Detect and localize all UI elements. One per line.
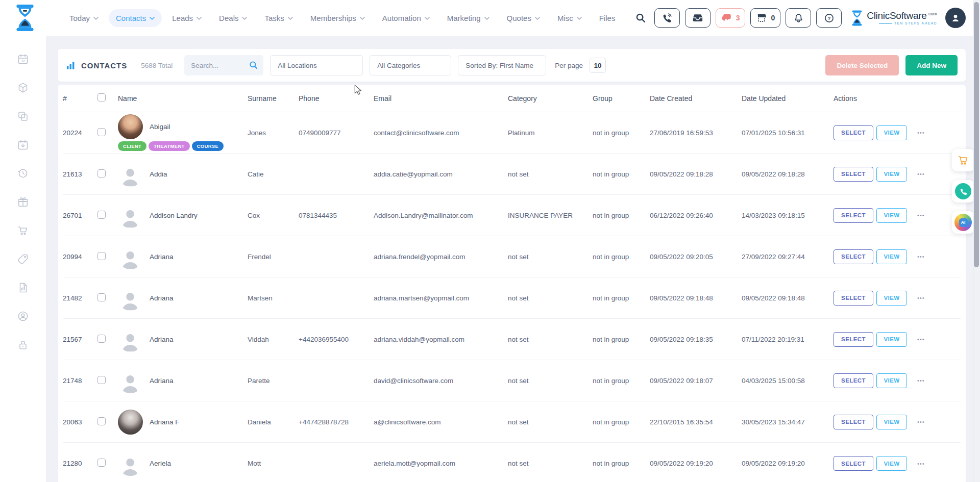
select-button[interactable]: SELECT <box>834 291 873 306</box>
view-button[interactable]: VIEW <box>876 415 907 429</box>
cart-icon[interactable] <box>17 224 29 237</box>
gift-icon[interactable] <box>17 196 29 208</box>
contact-surname: Cox <box>248 212 299 219</box>
quick-cart-button[interactable] <box>952 149 974 171</box>
search-icon[interactable] <box>635 12 646 23</box>
nav-item-leads[interactable]: Leads <box>165 9 209 27</box>
search-icon[interactable] <box>249 60 258 70</box>
row-checkbox[interactable] <box>97 252 106 260</box>
view-button[interactable]: VIEW <box>876 332 907 347</box>
row-checkbox[interactable] <box>97 293 106 301</box>
account-icon[interactable] <box>17 310 29 322</box>
nav-item-automation[interactable]: Automation <box>375 9 437 27</box>
select-button[interactable]: SELECT <box>834 125 873 140</box>
select-button[interactable]: SELECT <box>834 208 873 223</box>
report-icon[interactable] <box>17 282 29 294</box>
chevron-down-icon <box>242 17 247 20</box>
select-button[interactable]: SELECT <box>834 332 873 347</box>
select-all-checkbox[interactable] <box>97 93 106 102</box>
row-more-icon[interactable]: ••• <box>917 461 925 467</box>
call-button[interactable] <box>952 180 974 202</box>
nav-item-deals[interactable]: Deals <box>212 9 254 27</box>
nav-item-files[interactable]: Files <box>592 9 623 27</box>
row-more-icon[interactable]: ••• <box>917 377 925 384</box>
table-row: 21613 Addia Catie addia.catie@yopmail.co… <box>63 154 961 195</box>
products-cube-icon[interactable] <box>17 82 29 94</box>
row-more-icon[interactable]: ••• <box>917 295 925 301</box>
nav-item-misc[interactable]: Misc <box>550 9 589 27</box>
actions-cell: SELECT VIEW ••• <box>834 167 961 182</box>
vertical-scrollbar[interactable] <box>973 0 980 482</box>
select-button[interactable]: SELECT <box>834 249 873 264</box>
help-button[interactable]: ? <box>816 8 842 28</box>
per-page-input[interactable] <box>590 58 606 73</box>
nav-item-tasks[interactable]: Tasks <box>257 9 300 27</box>
user-menu-avatar[interactable] <box>945 8 966 28</box>
select-button[interactable]: SELECT <box>834 456 873 471</box>
view-button[interactable]: VIEW <box>876 456 907 471</box>
row-more-icon[interactable]: ••• <box>917 253 925 260</box>
topbar-actions: 3 0 ? <box>635 8 980 28</box>
date-updated: 07/01/2025 10:56:31 <box>742 129 834 137</box>
row-checkbox[interactable] <box>97 211 106 219</box>
row-checkbox[interactable] <box>97 417 106 425</box>
sort-filter[interactable]: Sorted By: First Name <box>458 55 546 75</box>
row-more-icon[interactable]: ••• <box>917 171 925 177</box>
name-cell: Aeriela <box>118 451 248 476</box>
row-more-icon[interactable]: ••• <box>917 419 925 425</box>
discount-tag-icon[interactable] <box>17 253 29 265</box>
delete-selected-button[interactable]: Delete Selected <box>825 55 899 75</box>
ai-assistant-button[interactable]: AI <box>952 211 974 234</box>
inbox-button[interactable] <box>685 8 710 28</box>
categories-filter[interactable]: All Categories <box>370 55 451 75</box>
nav-item-label: Tasks <box>264 14 284 22</box>
row-more-icon[interactable]: ••• <box>917 212 925 218</box>
view-button[interactable]: VIEW <box>876 249 907 264</box>
chat-button[interactable]: 3 <box>716 8 746 28</box>
app-logo[interactable] <box>14 4 36 32</box>
select-button[interactable]: SELECT <box>834 373 873 388</box>
nav-item-quotes[interactable]: Quotes <box>500 9 547 27</box>
row-more-icon[interactable]: ••• <box>917 130 925 136</box>
view-button[interactable]: VIEW <box>876 373 907 388</box>
nav-item-contacts[interactable]: Contacts <box>109 9 162 27</box>
row-checkbox[interactable] <box>97 128 106 136</box>
col-id: # <box>63 94 97 103</box>
shop-button[interactable]: 0 <box>750 8 780 28</box>
nav-item-today[interactable]: Today <box>62 9 106 27</box>
nav-item-marketing[interactable]: Marketing <box>440 9 497 27</box>
view-button[interactable]: VIEW <box>876 291 907 306</box>
select-button[interactable]: SELECT <box>834 415 873 429</box>
select-button[interactable]: SELECT <box>834 167 873 182</box>
row-checkbox[interactable] <box>97 335 106 343</box>
view-button[interactable]: VIEW <box>876 167 907 182</box>
dialer-button[interactable] <box>654 8 680 28</box>
row-checkbox[interactable] <box>97 169 106 177</box>
table-row: 21567 Adriana Viddah +442036955400 adria… <box>63 319 961 360</box>
nav-item-memberships[interactable]: Memberships <box>303 9 372 27</box>
contact-email: adriana.martsen@yopmail.com <box>374 294 508 302</box>
date-created: 09/05/2022 09:20:05 <box>650 253 742 261</box>
date-updated: 30/05/2023 15:34:47 <box>742 418 834 426</box>
history-icon[interactable] <box>17 167 29 180</box>
table-row: 20063 Adriana F Daniela +447428878728 a@… <box>63 401 961 443</box>
scrollbar-thumb[interactable] <box>974 2 979 267</box>
contact-surname: Viddah <box>248 336 299 343</box>
add-new-button[interactable]: Add New <box>905 55 958 75</box>
lock-icon[interactable] <box>17 339 29 351</box>
view-button[interactable]: VIEW <box>876 125 907 140</box>
notifications-button[interactable] <box>786 8 811 28</box>
calendar-booking-icon[interactable] <box>17 139 29 151</box>
row-more-icon[interactable]: ••• <box>917 336 925 342</box>
view-button[interactable]: VIEW <box>876 208 907 223</box>
actions-cell: SELECT VIEW ••• <box>834 249 961 264</box>
row-checkbox[interactable] <box>97 459 106 467</box>
calendar-icon[interactable]: 12 <box>17 53 29 65</box>
contact-name: Adriana <box>150 336 174 343</box>
chevron-down-icon <box>288 17 293 20</box>
col-group: Group <box>593 94 650 103</box>
locations-filter[interactable]: All Locations <box>270 55 363 75</box>
avatar <box>118 451 143 476</box>
copy-pages-icon[interactable] <box>17 110 29 122</box>
row-checkbox[interactable] <box>97 376 106 384</box>
